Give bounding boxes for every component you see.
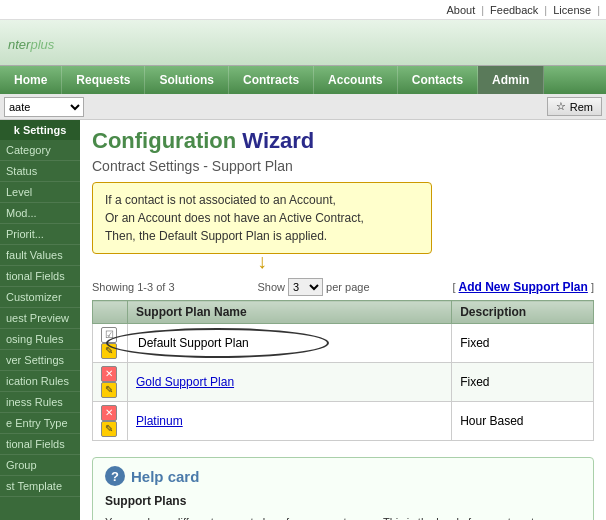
secondary-bar: aate ☆ Rem (0, 94, 606, 120)
paging-info: Showing 1-3 of 3 (92, 281, 175, 293)
gold-plan-desc: Fixed (452, 363, 594, 402)
table-container: Support Plan Name Description ☑ ✎ (92, 300, 594, 441)
top-bar: About | Feedback | License | (0, 0, 606, 20)
wizard-label: Wizard (242, 128, 314, 153)
tooltip-line2: Or an Account does not have an Active Co… (105, 209, 419, 227)
col-name: Support Plan Name (128, 301, 452, 324)
row-actions-default: ☑ ✎ (93, 324, 128, 363)
sidebar-item-level[interactable]: Level (0, 182, 80, 203)
platinum-plan-desc: Hour Based (452, 402, 594, 441)
sidebar: k Settings Category Status Level Mod... … (0, 120, 80, 520)
show-select[interactable]: 3 5 10 (288, 278, 323, 296)
sidebar-item-customizer[interactable]: Customizer (0, 287, 80, 308)
nav-bar: Home Requests Solutions Contracts Accoun… (0, 66, 606, 94)
default-plan-name: Default Support Plan (128, 324, 452, 363)
help-subtitle: Support Plans (105, 492, 581, 510)
platinum-plan-name[interactable]: Platinum (128, 402, 452, 441)
sep2: | (544, 4, 547, 16)
nav-home[interactable]: Home (0, 66, 62, 94)
platinum-plan-link[interactable]: Platinum (136, 414, 183, 428)
row-actions-platinum: ✕ ✎ (93, 402, 128, 441)
nav-contracts[interactable]: Contracts (229, 66, 314, 94)
logo-plus: plus (30, 37, 54, 52)
table-row: ☑ ✎ Default Support Plan Fixed (93, 324, 594, 363)
edit-icon[interactable]: ✎ (101, 343, 117, 359)
logo-main: nter (8, 37, 30, 52)
sidebar-item-group[interactable]: Group (0, 455, 80, 476)
rem-button[interactable]: ☆ Rem (547, 97, 602, 116)
table-section: Showing 1-3 of 3 Show 3 5 10 per page [ … (92, 278, 594, 441)
sidebar-item-additional-fields[interactable]: tional Fields (0, 266, 80, 287)
sidebar-item-business-rules[interactable]: iness Rules (0, 392, 80, 413)
sep1: | (481, 4, 484, 16)
secondary-dropdown[interactable]: aate (4, 97, 84, 117)
delete-icon[interactable]: ✕ (101, 405, 117, 421)
tooltip-box: If a contact is not associated to an Acc… (92, 182, 432, 254)
col-description: Description (452, 301, 594, 324)
show-controls: Show 3 5 10 per page (257, 278, 369, 296)
sidebar-item-request-preview[interactable]: uest Preview (0, 308, 80, 329)
delete-icon[interactable]: ✕ (101, 366, 117, 382)
col-actions (93, 301, 128, 324)
section-title: Contract Settings - Support Plan (92, 158, 594, 174)
nav-requests[interactable]: Requests (62, 66, 145, 94)
header: nterplus (0, 20, 606, 66)
sidebar-item-list-template[interactable]: st Template (0, 476, 80, 497)
help-card-title: Help card (131, 468, 199, 485)
sidebar-item-server-settings[interactable]: ver Settings (0, 350, 80, 371)
sidebar-item-closing-rules[interactable]: osing Rules (0, 329, 80, 350)
sidebar-header: k Settings (0, 120, 80, 140)
gold-plan-name[interactable]: Gold Support Plan (128, 363, 452, 402)
show-label: Show (257, 281, 285, 293)
sidebar-item-category[interactable]: Category (0, 140, 80, 161)
nav-solutions[interactable]: Solutions (145, 66, 229, 94)
help-card: ? Help card Support Plans You can have d… (92, 457, 594, 520)
help-icon: ? (105, 466, 125, 486)
rem-label: Rem (570, 101, 593, 113)
help-text: You can have different support plans for… (105, 514, 581, 520)
content-area: Configuration Wizard Contract Settings -… (80, 120, 606, 520)
table-controls: Showing 1-3 of 3 Show 3 5 10 per page [ … (92, 278, 594, 296)
default-plan-label: Default Support Plan (138, 336, 249, 350)
nav-contacts[interactable]: Contacts (398, 66, 478, 94)
table-row: ✕ ✎ Platinum Hour Based (93, 402, 594, 441)
edit-icon[interactable]: ✎ (101, 382, 117, 398)
support-plans-table: Support Plan Name Description ☑ ✎ (92, 300, 594, 441)
gold-plan-link[interactable]: Gold Support Plan (136, 375, 234, 389)
edit-icon[interactable]: ✎ (101, 421, 117, 437)
table-row: ✕ ✎ Gold Support Plan Fixed (93, 363, 594, 402)
tooltip-arrow: ↓ (257, 251, 267, 271)
per-page-label: per page (326, 281, 369, 293)
tooltip-line1: If a contact is not associated to an Acc… (105, 191, 419, 209)
main-layout: k Settings Category Status Level Mod... … (0, 120, 606, 520)
nav-accounts[interactable]: Accounts (314, 66, 398, 94)
row-actions-gold: ✕ ✎ (93, 363, 128, 402)
sidebar-item-default-values[interactable]: fault Values (0, 245, 80, 266)
about-link[interactable]: About (446, 4, 475, 16)
sidebar-item-status[interactable]: Status (0, 161, 80, 182)
help-card-header: ? Help card (105, 466, 581, 486)
sidebar-item-priority[interactable]: Priorit... (0, 224, 80, 245)
checkbox-icon[interactable]: ☑ (101, 327, 117, 343)
page-title: Configuration Wizard (92, 128, 594, 154)
star-icon: ☆ (556, 100, 566, 113)
add-support-plan-link[interactable]: Add New Support Plan (459, 280, 588, 294)
sidebar-item-time-entry-type[interactable]: e Entry Type (0, 413, 80, 434)
sidebar-item-optional-fields[interactable]: tional Fields (0, 434, 80, 455)
license-link[interactable]: License (553, 4, 591, 16)
help-card-body: Support Plans You can have different sup… (105, 492, 581, 520)
sidebar-item-mod[interactable]: Mod... (0, 203, 80, 224)
sidebar-item-notification-rules[interactable]: ication Rules (0, 371, 80, 392)
add-link-bracket: [ Add New Support Plan ] (452, 280, 594, 294)
feedback-link[interactable]: Feedback (490, 4, 538, 16)
sep3: | (597, 4, 600, 16)
tooltip-line3: Then, the Default Support Plan is applie… (105, 227, 419, 245)
nav-admin[interactable]: Admin (478, 66, 544, 94)
logo: nterplus (8, 31, 54, 54)
default-plan-desc: Fixed (452, 324, 594, 363)
config-label: Configuration (92, 128, 236, 153)
